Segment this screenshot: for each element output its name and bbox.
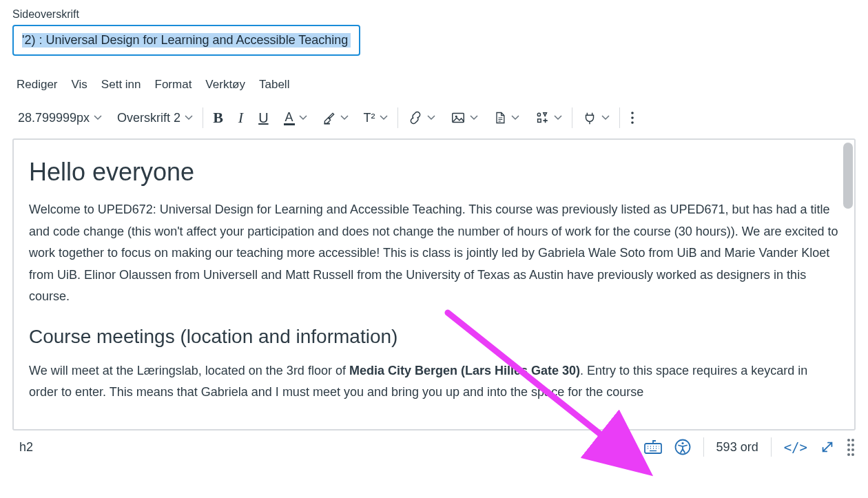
chevron-down-icon xyxy=(554,114,562,122)
expand-icon xyxy=(820,439,835,455)
svg-point-5 xyxy=(631,112,634,114)
content-paragraph-intro[interactable]: Welcome to UPED672: Universal Design for… xyxy=(29,199,839,308)
menu-view[interactable]: Vis xyxy=(72,78,87,92)
chevron-down-icon xyxy=(185,114,193,122)
link-icon xyxy=(408,110,423,125)
insert-image-button[interactable] xyxy=(448,107,481,129)
content-heading-hello[interactable]: Hello everyone xyxy=(29,158,839,187)
bold-button[interactable]: B xyxy=(210,107,226,129)
insert-link-button[interactable] xyxy=(405,107,438,129)
accessibility-checker-button[interactable] xyxy=(674,439,691,455)
resize-handle[interactable] xyxy=(847,439,850,456)
toolbar-separator xyxy=(619,107,620,128)
statusbar-separator xyxy=(771,437,772,457)
menu-table[interactable]: Tabell xyxy=(259,78,289,92)
content-heading-meetings[interactable]: Course meetings (location and informatio… xyxy=(29,326,839,348)
block-format-select[interactable]: Overskrift 2 xyxy=(114,107,196,129)
chevron-down-icon xyxy=(601,114,610,122)
apps-icon xyxy=(535,110,550,125)
keyboard-icon xyxy=(644,439,662,455)
text-color-button[interactable]: A xyxy=(281,107,310,129)
content-paragraph-location[interactable]: We will meet at the Læringslab, located … xyxy=(29,360,839,404)
html-editor-button[interactable]: </> xyxy=(784,439,807,455)
editor-toolbar: 28.799999px Overskrift 2 B I U A xyxy=(12,103,856,138)
chevron-down-icon xyxy=(427,114,435,122)
svg-rect-0 xyxy=(324,123,329,125)
page-title-input[interactable] xyxy=(22,33,351,48)
underline-button[interactable]: U xyxy=(256,107,271,129)
italic-button[interactable]: I xyxy=(236,107,246,129)
chevron-down-icon xyxy=(380,114,388,122)
more-toolbar-button[interactable] xyxy=(627,107,638,129)
menu-insert[interactable]: Sett inn xyxy=(101,78,141,92)
menu-tools[interactable]: Verktøy xyxy=(205,78,245,92)
font-size-select[interactable]: 28.799999px xyxy=(15,107,105,129)
superscript-icon: T² xyxy=(364,111,375,125)
font-size-value: 28.799999px xyxy=(18,111,90,125)
block-format-value: Overskrift 2 xyxy=(117,111,180,125)
word-count[interactable]: 593 ord xyxy=(716,440,758,455)
highlight-color-button[interactable] xyxy=(320,107,351,129)
chevron-down-icon xyxy=(340,114,349,122)
svg-point-10 xyxy=(681,442,683,444)
chevron-down-icon xyxy=(470,114,478,122)
keyboard-shortcuts-button[interactable] xyxy=(644,439,662,455)
page-title-input-wrap[interactable] xyxy=(12,25,360,56)
svg-point-3 xyxy=(537,113,540,116)
text-color-letter: A xyxy=(285,111,293,123)
plug-icon xyxy=(582,110,597,125)
editor-menubar: Rediger Vis Sett inn Format Verktøy Tabe… xyxy=(12,71,856,103)
element-path[interactable]: h2 xyxy=(19,440,33,455)
content-text: We will meet at the Læringslab, located … xyxy=(29,364,349,377)
content-text-bold: Media City Bergen (Lars Hilles Gate 30) xyxy=(349,364,580,377)
svg-point-7 xyxy=(631,121,634,124)
editor-statusbar: h2 593 ord </> xyxy=(12,430,856,462)
insert-plugin-button[interactable] xyxy=(579,107,612,129)
accessibility-icon xyxy=(674,439,691,455)
scrollbar-thumb[interactable] xyxy=(843,143,853,209)
chevron-down-icon xyxy=(94,114,102,122)
text-color-icon: A xyxy=(284,111,295,125)
toolbar-separator xyxy=(203,107,203,128)
superscript-button[interactable]: T² xyxy=(361,107,391,129)
document-icon xyxy=(493,110,507,125)
kebab-icon xyxy=(630,110,635,125)
toolbar-separator xyxy=(397,107,398,128)
highlighter-icon xyxy=(322,111,336,125)
svg-rect-4 xyxy=(537,119,541,123)
editor-content-area[interactable]: Hello everyone Welcome to UPED672: Unive… xyxy=(12,138,856,430)
insert-apps-button[interactable] xyxy=(532,107,565,129)
statusbar-separator xyxy=(703,437,704,457)
rich-text-editor: Rediger Vis Sett inn Format Verktøy Tabe… xyxy=(12,71,856,462)
fullscreen-button[interactable] xyxy=(820,439,835,455)
menu-edit[interactable]: Rediger xyxy=(17,78,58,92)
field-label-sideoverskrift: Sideoverskrift xyxy=(12,8,856,21)
insert-document-button[interactable] xyxy=(490,107,522,129)
drag-handle-icon xyxy=(847,439,850,456)
menu-format[interactable]: Format xyxy=(155,78,192,92)
toolbar-separator xyxy=(572,107,572,128)
chevron-down-icon xyxy=(511,114,519,122)
chevron-down-icon xyxy=(299,114,307,122)
image-icon xyxy=(451,110,466,125)
svg-point-6 xyxy=(631,116,634,119)
